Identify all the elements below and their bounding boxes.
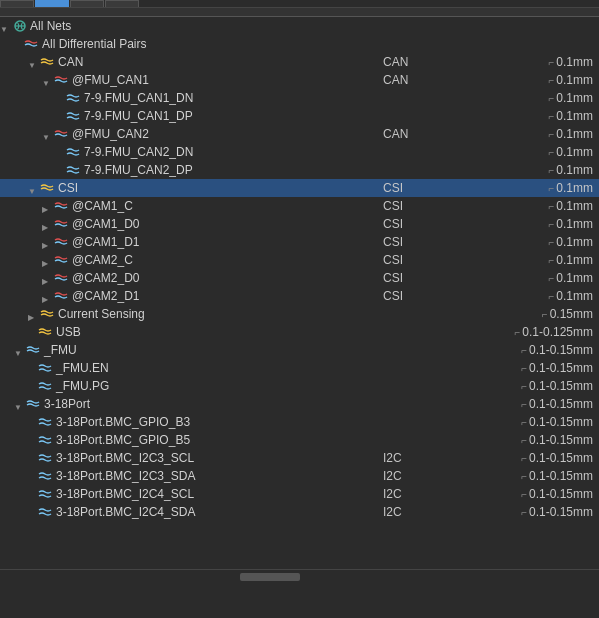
row-minwidth-port18-bmc-i2c4-scl: ⌐0.1-0.15mm	[499, 487, 599, 501]
net-icon	[38, 379, 54, 393]
row-scope-cam1-c: @CAM1_C	[0, 199, 379, 213]
row-minwidth-cam2-c: ⌐0.1mm	[499, 253, 599, 267]
row-minwidth-cam2-d1: ⌐0.1mm	[499, 289, 599, 303]
tree-container[interactable]: All Nets All Differential Pairs CANCAN⌐0…	[0, 17, 599, 569]
toggle-cam2-c[interactable]	[42, 255, 52, 265]
row-label-port18-bmc-gpio-b3: 3-18Port.BMC_GPIO_B3	[56, 415, 190, 429]
tree-row-cam2-d1[interactable]: @CAM2_D1CSI⌐0.1mm	[0, 287, 599, 305]
row-label-fmu-can1-dn: 7-9.FMU_CAN1_DN	[84, 91, 193, 105]
toggle-cam1-d1[interactable]	[42, 237, 52, 247]
toggle-current-sensing[interactable]	[28, 309, 38, 319]
row-minwidth-fmu-can2: ⌐0.1mm	[499, 127, 599, 141]
tree-row-fmu-can1-dp[interactable]: 7-9.FMU_CAN1_DP⌐0.1mm	[0, 107, 599, 125]
allnets-icon	[12, 19, 28, 33]
row-scope-cam2-c: @CAM2_C	[0, 253, 379, 267]
tree-row-fmu-can2[interactable]: @FMU_CAN2CAN⌐0.1mm	[0, 125, 599, 143]
tree-row-fmu-can1-dn[interactable]: 7-9.FMU_CAN1_DN⌐0.1mm	[0, 89, 599, 107]
row-label-fmu: _FMU	[44, 343, 77, 357]
diffpair-icon	[54, 73, 70, 87]
diffpair-icon	[54, 271, 70, 285]
horizontal-scrollbar[interactable]	[0, 569, 599, 583]
row-label-port18-bmc-i2c4-scl: 3-18Port.BMC_I2C4_SCL	[56, 487, 194, 501]
toggle-cam2-d1[interactable]	[42, 291, 52, 301]
tree-row-cam2-d0[interactable]: @CAM2_D0CSI⌐0.1mm	[0, 269, 599, 287]
tree-row-cam1-c[interactable]: @CAM1_CCSI⌐0.1mm	[0, 197, 599, 215]
tree-row-current-sensing[interactable]: Current Sensing⌐0.15mm	[0, 305, 599, 323]
row-constraint-cam2-d1: CSI	[379, 289, 499, 303]
row-label-fmu-can1: @FMU_CAN1	[72, 73, 149, 87]
tree-row-all-nets[interactable]: All Nets	[0, 17, 599, 35]
row-scope-all-nets: All Nets	[0, 19, 379, 33]
netclass-icon	[40, 55, 56, 69]
row-constraint-cam2-c: CSI	[379, 253, 499, 267]
row-minwidth-fmu-en: ⌐0.1-0.15mm	[499, 361, 599, 375]
tree-row-port18-bmc-gpio-b5[interactable]: 3-18Port.BMC_GPIO_B5⌐0.1-0.15mm	[0, 431, 599, 449]
tab-clearances[interactable]	[0, 0, 34, 7]
row-minwidth-fmu-can2-dn: ⌐0.1mm	[499, 145, 599, 159]
tree-row-port18[interactable]: 3-18Port⌐0.1-0.15mm	[0, 395, 599, 413]
row-minwidth-usb: ⌐0.1-0.125mm	[499, 325, 599, 339]
row-minwidth-port18-bmc-gpio-b3: ⌐0.1-0.15mm	[499, 415, 599, 429]
row-label-csi: CSI	[58, 181, 78, 195]
tree-row-usb[interactable]: USB⌐0.1-0.125mm	[0, 323, 599, 341]
tree-row-port18-bmc-i2c3-scl[interactable]: 3-18Port.BMC_I2C3_SCLI2C⌐0.1-0.15mm	[0, 449, 599, 467]
row-scope-port18-bmc-i2c4-scl: 3-18Port.BMC_I2C4_SCL	[0, 487, 379, 501]
row-label-cam2-d0: @CAM2_D0	[72, 271, 140, 285]
row-constraint-fmu-can1: CAN	[379, 73, 499, 87]
row-label-cam1-d0: @CAM1_D0	[72, 217, 140, 231]
tree-row-port18-bmc-gpio-b3[interactable]: 3-18Port.BMC_GPIO_B3⌐0.1-0.15mm	[0, 413, 599, 431]
row-constraint-csi: CSI	[379, 181, 499, 195]
row-minwidth-cam1-d0: ⌐0.1mm	[499, 217, 599, 231]
diffpair-icon	[54, 199, 70, 213]
netclass-icon	[40, 307, 56, 321]
toggle-cam1-c[interactable]	[42, 201, 52, 211]
toggle-cam2-d0[interactable]	[42, 273, 52, 283]
tree-row-port18-bmc-i2c4-sda[interactable]: 3-18Port.BMC_I2C4_SDAI2C⌐0.1-0.15mm	[0, 503, 599, 521]
toggle-fmu-can1[interactable]	[42, 75, 52, 85]
tree-row-all-diff-pairs[interactable]: All Differential Pairs	[0, 35, 599, 53]
tree-row-cam1-d0[interactable]: @CAM1_D0CSI⌐0.1mm	[0, 215, 599, 233]
tree-row-fmu-pg[interactable]: _FMU.PG⌐0.1-0.15mm	[0, 377, 599, 395]
hscroll-thumb[interactable]	[240, 573, 300, 581]
tree-row-port18-bmc-i2c3-sda[interactable]: 3-18Port.BMC_I2C3_SDAI2C⌐0.1-0.15mm	[0, 467, 599, 485]
toggle-cam1-d0[interactable]	[42, 219, 52, 229]
toggle-port18[interactable]	[14, 399, 24, 409]
tree-row-cam2-c[interactable]: @CAM2_CCSI⌐0.1mm	[0, 251, 599, 269]
row-label-can: CAN	[58, 55, 83, 69]
tree-row-fmu-can2-dp[interactable]: 7-9.FMU_CAN2_DP⌐0.1mm	[0, 161, 599, 179]
tab-all-rules[interactable]	[105, 0, 139, 7]
tree-row-fmu-can2-dn[interactable]: 7-9.FMU_CAN2_DN⌐0.1mm	[0, 143, 599, 161]
row-scope-fmu-can2-dn: 7-9.FMU_CAN2_DN	[0, 145, 379, 159]
row-label-port18-bmc-i2c3-scl: 3-18Port.BMC_I2C3_SCL	[56, 451, 194, 465]
row-minwidth-cam1-d1: ⌐0.1mm	[499, 235, 599, 249]
row-label-cam1-d1: @CAM1_D1	[72, 235, 140, 249]
row-label-fmu-can2: @FMU_CAN2	[72, 127, 149, 141]
netclass-icon	[40, 181, 56, 195]
tree-row-can[interactable]: CANCAN⌐0.1mm	[0, 53, 599, 71]
tree-row-fmu-can1[interactable]: @FMU_CAN1CAN⌐0.1mm	[0, 71, 599, 89]
tree-row-fmu[interactable]: _FMU⌐0.1-0.15mm	[0, 341, 599, 359]
toggle-fmu[interactable]	[14, 345, 24, 355]
row-minwidth-fmu-can2-dp: ⌐0.1mm	[499, 163, 599, 177]
toggle-all-nets[interactable]	[0, 21, 10, 31]
row-minwidth-fmu-can1: ⌐0.1mm	[499, 73, 599, 87]
toggle-fmu-can2[interactable]	[42, 129, 52, 139]
row-label-cam1-c: @CAM1_C	[72, 199, 133, 213]
tree-row-port18-bmc-i2c4-scl[interactable]: 3-18Port.BMC_I2C4_SCLI2C⌐0.1-0.15mm	[0, 485, 599, 503]
row-scope-all-diff-pairs: All Differential Pairs	[0, 37, 379, 51]
tree-row-cam1-d1[interactable]: @CAM1_D1CSI⌐0.1mm	[0, 233, 599, 251]
row-scope-fmu-en: _FMU.EN	[0, 361, 379, 375]
tree-row-fmu-en[interactable]: _FMU.EN⌐0.1-0.15mm	[0, 359, 599, 377]
row-label-port18-bmc-i2c3-sda: 3-18Port.BMC_I2C3_SDA	[56, 469, 195, 483]
row-label-fmu-pg: _FMU.PG	[56, 379, 109, 393]
row-scope-cam1-d0: @CAM1_D0	[0, 217, 379, 231]
row-label-cam2-d1: @CAM2_D1	[72, 289, 140, 303]
toggle-can[interactable]	[28, 57, 38, 67]
row-scope-cam2-d1: @CAM2_D1	[0, 289, 379, 303]
tree-row-csi[interactable]: CSICSI⌐0.1mm	[0, 179, 599, 197]
row-constraint-cam1-d1: CSI	[379, 235, 499, 249]
tab-electrical[interactable]	[70, 0, 104, 7]
tab-physical[interactable]	[35, 0, 69, 7]
row-constraint-cam2-d0: CSI	[379, 271, 499, 285]
toggle-csi[interactable]	[28, 183, 38, 193]
